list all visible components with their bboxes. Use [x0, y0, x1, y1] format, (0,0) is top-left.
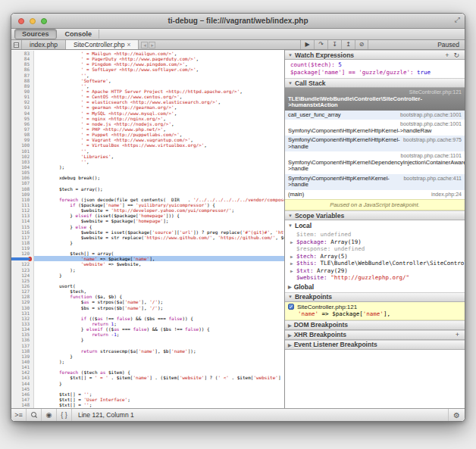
console-drawer-icon[interactable]: >≡ — [11, 409, 27, 421]
gutter-line-number[interactable]: 146 — [11, 391, 34, 397]
pretty-print-icon[interactable]: { } — [57, 409, 72, 421]
gutter-line-number[interactable]: 130 — [11, 305, 34, 310]
tab-sources[interactable]: Sources — [14, 29, 57, 39]
scope-global-header[interactable]: ▶ Global — [285, 282, 465, 292]
gutter-line-number[interactable]: 94 — [11, 111, 34, 116]
gutter-line-number[interactable]: 110 — [11, 197, 34, 202]
gutter-line-number[interactable]: 123 — [11, 267, 34, 273]
gutter-line-number[interactable]: 85 — [11, 61, 34, 67]
gutter-line-number[interactable]: 116 — [11, 229, 34, 235]
callstack-frame[interactable]: bootstrap.php.cache:975Symfony\Component… — [285, 136, 465, 151]
gutter-line-number[interactable]: 140 — [11, 359, 34, 364]
scope-variable[interactable]: ▶$txt: Array(29) — [285, 267, 465, 275]
gutter-line-number[interactable]: 118 — [11, 240, 34, 245]
callstack-frame[interactable]: bootstrap.php.cache:1101Symfony\Componen… — [285, 151, 465, 174]
scope-variable[interactable]: $response: undefined — [285, 245, 465, 253]
gutter-line-number[interactable]: 136 — [11, 337, 34, 342]
refresh-watch-button[interactable]: ↻ — [451, 51, 462, 59]
tab-console[interactable]: Console — [58, 30, 100, 39]
gutter-line-number[interactable]: 96 — [11, 121, 34, 126]
add-xhr-breakpoint-button[interactable]: + — [453, 331, 462, 338]
callstack-frame[interactable]: SiteController.php:121TLE\Bundle\WebBund… — [285, 88, 465, 111]
gutter-line-number[interactable]: 97 — [11, 126, 34, 132]
gutter-line-number[interactable]: 149 — [11, 407, 34, 408]
minimize-window-button[interactable] — [30, 18, 36, 24]
breakpoint-entry[interactable]: ✓ SiteController.php:121 'name' => $pack… — [285, 302, 465, 320]
watch-expression[interactable]: count($tech): 5 — [285, 61, 465, 69]
gutter-line-number[interactable]: 143 — [11, 375, 34, 380]
gutter-line-number[interactable]: 111 — [11, 202, 34, 207]
gutter-line-number[interactable]: 100 — [11, 142, 34, 148]
gutter-line-number[interactable]: 99 — [11, 137, 34, 142]
scope-variable[interactable]: ▶$this: TLE\Bundle\WebBundle\Controller\… — [285, 260, 465, 267]
gutter-line-number[interactable]: 127 — [11, 288, 34, 294]
gutter-line-number[interactable]: 119 — [11, 245, 34, 251]
gutter-line-number[interactable]: 87 — [11, 73, 34, 78]
scope-local-header[interactable]: ▼ Local — [285, 220, 465, 231]
search-icon[interactable] — [27, 409, 42, 421]
callstack-frame[interactable]: bootstrap.php.cache:411Symfony\Component… — [285, 174, 465, 190]
gutter-line-number[interactable]: 135 — [11, 332, 34, 337]
gutter-line-number[interactable]: 139 — [11, 354, 34, 359]
callstack-frame[interactable]: bootstrap.php.cache:1001Symfony\Componen… — [285, 120, 465, 136]
gear-icon[interactable]: ⚙ — [448, 409, 465, 421]
breakpoint-checkbox[interactable]: ✓ — [288, 304, 294, 310]
callstack-frame[interactable]: bootstrap.php.cache:1001call_user_func_a… — [285, 111, 465, 120]
gutter-line-number[interactable]: 131 — [11, 310, 34, 316]
watch-expression[interactable]: $package['name'] == 'guzzle/guzzle': tru… — [285, 69, 465, 76]
gutter-line-number[interactable]: 115 — [11, 224, 34, 229]
gutter-line-number[interactable]: 142 — [11, 369, 34, 375]
scope-variable[interactable]: ▶$tech: Array(5) — [285, 253, 465, 260]
gutter-line-number[interactable]: 124 — [11, 273, 34, 278]
close-tab-icon[interactable]: × — [127, 41, 130, 48]
step-into-button[interactable]: ↧ — [327, 40, 341, 49]
gutter-line-number[interactable]: 133 — [11, 321, 34, 326]
callstack-frame[interactable]: index.php:24(main) — [285, 190, 465, 200]
dom-breakpoints-header[interactable]: ▶ DOM Breakpoints — [285, 320, 465, 330]
scope-variables-header[interactable]: ▼ Scope Variables — [285, 210, 465, 220]
gutter-line-number[interactable]: 103 — [11, 159, 34, 164]
gutter-line-number[interactable]: 106 — [11, 175, 34, 180]
gutter-line-number[interactable]: 122 — [11, 261, 34, 267]
gutter-line-number[interactable]: 105 — [11, 170, 34, 175]
gutter-line-number[interactable]: 125 — [11, 278, 34, 283]
gutter-line-number[interactable]: 84 — [11, 56, 34, 61]
event-listener-breakpoints-header[interactable]: ▶ Event Listener Breakpoints — [285, 340, 465, 350]
gutter-line-number[interactable]: 129 — [11, 299, 34, 304]
gutter-line-number[interactable]: 102 — [11, 154, 34, 159]
gutter-line-number[interactable]: 93 — [11, 104, 34, 110]
step-out-button[interactable]: ↥ — [341, 40, 355, 49]
scope-variable[interactable]: ▶$package: Array(19) — [285, 239, 465, 246]
tab-scroll-next-icon[interactable]: ▸ — [149, 42, 155, 48]
gutter-line-number[interactable]: 91 — [11, 94, 34, 99]
fullscreen-icon[interactable]: ⤢ — [455, 16, 460, 24]
gutter-line-number[interactable]: 88 — [11, 78, 34, 83]
gutter-line-number[interactable]: 108 — [11, 186, 34, 192]
disclosure-right-icon[interactable]: ▶ — [290, 239, 293, 246]
file-navigator-icon[interactable] — [11, 40, 22, 49]
scope-variable[interactable]: $website: "http://guzzlephp.org/" — [285, 274, 465, 282]
gutter-line-number[interactable]: 145 — [11, 386, 34, 391]
close-window-button[interactable] — [18, 18, 24, 24]
file-tab-sitecontroller[interactable]: SiteController.php× — [66, 40, 139, 49]
gutter-line-number[interactable]: 89 — [11, 83, 34, 89]
gutter-line-number[interactable]: 126 — [11, 283, 34, 288]
gutter-line-number[interactable]: 86 — [11, 67, 34, 72]
scope-variable[interactable]: $item: undefined — [285, 231, 465, 239]
gutter-line-number[interactable] — [11, 256, 34, 261]
gutter-line-number[interactable]: 113 — [11, 213, 34, 218]
errors-indicator-icon[interactable]: ◉ — [42, 409, 57, 421]
gutter-line-number[interactable]: 83 — [11, 51, 34, 56]
gutter-line-number[interactable]: 90 — [11, 89, 34, 94]
gutter-line-number[interactable]: 92 — [11, 99, 34, 104]
step-over-button[interactable]: ↷ — [314, 40, 327, 49]
add-watch-button[interactable]: + — [443, 51, 451, 59]
xhr-breakpoints-header[interactable]: ▶ XHR Breakpoints + — [285, 330, 465, 340]
zoom-window-button[interactable] — [41, 18, 47, 24]
file-tab-index[interactable]: index.php — [22, 40, 66, 49]
gutter-line-number[interactable]: 104 — [11, 164, 34, 170]
tab-scroll-prev-icon[interactable]: ◂ — [141, 42, 148, 48]
gutter-line-number[interactable]: 107 — [11, 180, 34, 186]
gutter-line-number[interactable]: 128 — [11, 294, 34, 299]
deactivate-breakpoints-button[interactable]: ⊘ — [355, 40, 368, 49]
